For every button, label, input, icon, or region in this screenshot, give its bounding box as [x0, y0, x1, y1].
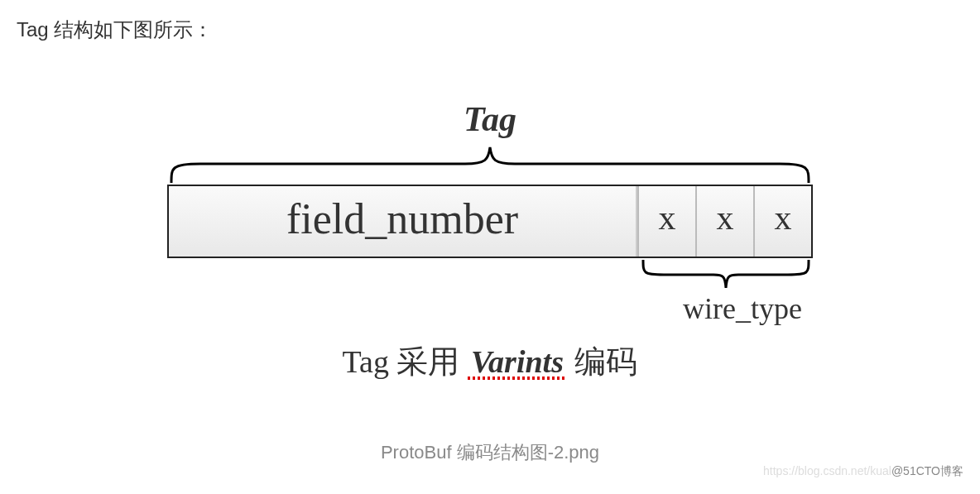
- image-caption: ProtoBuf 编码结构图-2.png: [0, 440, 980, 465]
- bottom-brace-icon: wire_type: [639, 258, 813, 291]
- tag-structure-diagram: Tag field_number x x x wire_type Tag 采用 …: [0, 99, 980, 383]
- tag-box-row: field_number x x x: [167, 185, 813, 258]
- tag-title: Tag: [0, 99, 980, 139]
- varints-word: Varints: [468, 343, 567, 380]
- encoding-suffix: 编码: [567, 344, 638, 379]
- watermark-source: @51CTO博客: [891, 464, 963, 477]
- encoding-prefix: Tag 采用: [343, 344, 468, 379]
- watermark-faint: https://blog.csdn.net/kual: [763, 464, 891, 477]
- wire-type-bit-0: x: [637, 186, 695, 257]
- field-number-cell: field_number: [169, 186, 637, 257]
- watermark: https://blog.csdn.net/kual@51CTO博客: [763, 464, 963, 479]
- wire-type-bit-1: x: [695, 186, 753, 257]
- encoding-note: Tag 采用 Varints 编码: [167, 341, 813, 383]
- wire-type-bit-2: x: [753, 186, 811, 257]
- intro-text: Tag 结构如下图所示：: [17, 17, 213, 43]
- top-brace-icon: [167, 143, 813, 185]
- wire-type-label: wire_type: [627, 291, 858, 326]
